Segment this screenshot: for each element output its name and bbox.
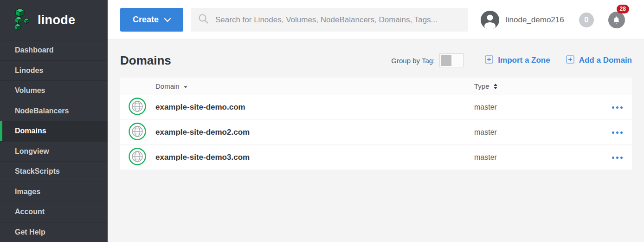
sidebar-item-label: Volumes xyxy=(15,86,45,95)
page-header: Domains Group by Tag: Import a Zone Add … xyxy=(120,40,632,71)
globe-icon xyxy=(129,98,146,117)
sidebar-item-label: NodeBalancers xyxy=(15,107,69,115)
sidebar-item-dashboard[interactable]: Dashboard xyxy=(0,40,108,60)
add-domain-label: Add a Domain xyxy=(579,56,632,65)
notification-count-badge: 28 xyxy=(617,5,629,13)
domain-type: master xyxy=(474,103,497,111)
caret-down-icon xyxy=(184,86,187,88)
sidebar-item-images[interactable]: Images xyxy=(0,182,108,202)
sidebar-item-label: Domains xyxy=(15,127,46,135)
plus-square-icon xyxy=(485,55,493,65)
group-by-tag-toggle[interactable] xyxy=(439,53,464,67)
group-by-tag-label: Group by Tag: xyxy=(391,57,435,65)
create-button[interactable]: Create xyxy=(120,8,183,32)
globe-icon xyxy=(129,148,146,167)
add-domain-button[interactable]: Add a Domain xyxy=(566,55,632,65)
table-row[interactable]: example-site-demo.com master xyxy=(120,95,632,120)
sidebar-item-label: Longview xyxy=(15,147,49,156)
domain-column-label: Domain xyxy=(155,82,180,90)
username: linode_demo216 xyxy=(506,15,564,25)
toggle-knob xyxy=(441,55,451,66)
search-input[interactable] xyxy=(215,15,461,25)
notifications-button[interactable]: 28 xyxy=(608,12,625,28)
sidebar-item-longview[interactable]: Longview xyxy=(0,141,108,162)
main-content: Domains Group by Tag: Import a Zone Add … xyxy=(108,40,644,242)
sidebar-item-linodes[interactable]: Linodes xyxy=(0,60,108,81)
domain-type: master xyxy=(474,153,497,162)
sidebar-item-label: Get Help xyxy=(15,228,45,236)
avatar xyxy=(481,11,499,29)
column-header-domain[interactable]: Domain xyxy=(155,82,187,90)
sidebar-item-nodebalancers[interactable]: NodeBalancers xyxy=(0,101,108,121)
create-button-label: Create xyxy=(133,15,159,25)
sidebar-item-label: Dashboard xyxy=(15,46,54,54)
global-search xyxy=(191,8,468,32)
page-title: Domains xyxy=(120,53,171,68)
sidebar-item-domains[interactable]: Domains xyxy=(0,121,108,141)
sidebar-item-label: Account xyxy=(15,208,45,216)
chevron-down-icon xyxy=(164,15,171,25)
sidebar-item-label: Linodes xyxy=(15,66,43,75)
sidebar-item-account[interactable]: Account xyxy=(0,202,108,222)
sidebar-item-label: Images xyxy=(15,188,40,196)
column-header-type[interactable]: Type xyxy=(474,82,497,90)
notification-count-value: 28 xyxy=(620,6,626,12)
logo-wordmark: linode xyxy=(38,13,75,27)
domain-name: example-site-demo3.com xyxy=(155,153,250,162)
sidebar-item-stackscripts[interactable]: StackScripts xyxy=(0,161,108,182)
import-zone-label: Import a Zone xyxy=(498,56,550,65)
bell-icon xyxy=(608,12,625,28)
sidebar-item-volumes[interactable]: Volumes xyxy=(0,80,108,101)
linode-cubes-icon xyxy=(12,7,32,33)
sort-arrows-icon xyxy=(494,84,497,89)
topbar: Create linode_demo216 0 28 xyxy=(108,0,644,40)
globe-icon xyxy=(129,123,146,142)
row-actions-button[interactable] xyxy=(612,154,623,162)
import-zone-button[interactable]: Import a Zone xyxy=(485,55,550,65)
status-count-badge[interactable]: 0 xyxy=(579,13,594,27)
row-actions-button[interactable] xyxy=(612,129,623,137)
type-column-label: Type xyxy=(474,82,489,90)
user-menu[interactable]: linode_demo216 xyxy=(481,11,564,29)
search-icon xyxy=(198,13,209,26)
linode-logo[interactable]: linode xyxy=(0,0,108,40)
status-count-value: 0 xyxy=(584,16,588,24)
plus-square-icon xyxy=(566,55,574,65)
sidebar-item-label: StackScripts xyxy=(15,167,60,176)
sidebar-item-get-help[interactable]: Get Help xyxy=(0,222,108,242)
domain-type: master xyxy=(474,128,497,137)
table-row[interactable]: example-site-demo3.com master xyxy=(120,145,632,170)
row-actions-button[interactable] xyxy=(612,104,623,111)
domain-name: example-site-demo.com xyxy=(155,103,245,112)
table-header-row: Domain Type xyxy=(120,78,632,95)
domains-table: Domain Type xyxy=(120,78,632,170)
sidebar: linode Dashboard Linodes Volumes NodeBal… xyxy=(0,0,108,242)
table-row[interactable]: example-site-demo2.com master xyxy=(120,120,632,145)
domain-name: example-site-demo2.com xyxy=(155,128,250,137)
